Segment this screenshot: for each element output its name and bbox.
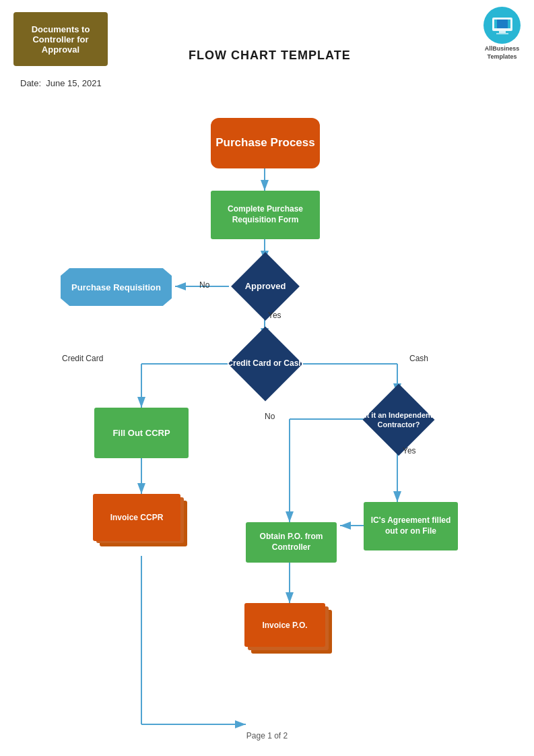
complete-form-node: Complete Purchase Requisition Form [211, 191, 320, 239]
no-label-approved: No [199, 280, 209, 290]
logo-icon [483, 7, 521, 44]
docs-box: Documents to Controller for Approval [13, 12, 108, 66]
logo-text: AllBusinessTemplates [485, 45, 520, 61]
flowchart: Purchase Process Complete Purchase Requi… [0, 91, 534, 751]
credit-card-cash-diamond: Credit Card or Cash [209, 337, 322, 391]
invoice-ccpr-node: Invoice CCPR [93, 494, 180, 541]
cash-label: Cash [409, 354, 428, 363]
svg-rect-4 [496, 33, 508, 34]
fill-ccrp-node: Fill Out CCRP [94, 408, 189, 458]
yes-label-contractor: Yes [403, 446, 416, 455]
invoice-po-node: Invoice P.O. [244, 603, 325, 647]
obtain-po-node: Obtain P.O. from Controller [246, 522, 337, 563]
header: Documents to Controller for Approval FLO… [0, 0, 534, 73]
svg-rect-3 [499, 31, 506, 33]
purchase-process-node: Purchase Process [211, 118, 320, 168]
logo-area: AllBusinessTemplates [483, 7, 521, 61]
approved-diamond: Approved [211, 261, 320, 311]
date-line: Date: June 15, 2021 [0, 73, 534, 91]
page-title: FLOW CHART TEMPLATE [189, 49, 351, 63]
ic-agreement-node: IC's Agreement filled out or on File [364, 502, 458, 550]
svg-rect-2 [497, 20, 508, 28]
purchase-requisition-node: Purchase Requisition [61, 268, 172, 306]
yes-label-approved: Yes [268, 311, 281, 320]
independent-contractor-diamond: It it an Independent Contractor? [349, 393, 448, 447]
credit-card-label: Credit Card [62, 354, 103, 363]
no-label-contractor: No [265, 412, 275, 421]
